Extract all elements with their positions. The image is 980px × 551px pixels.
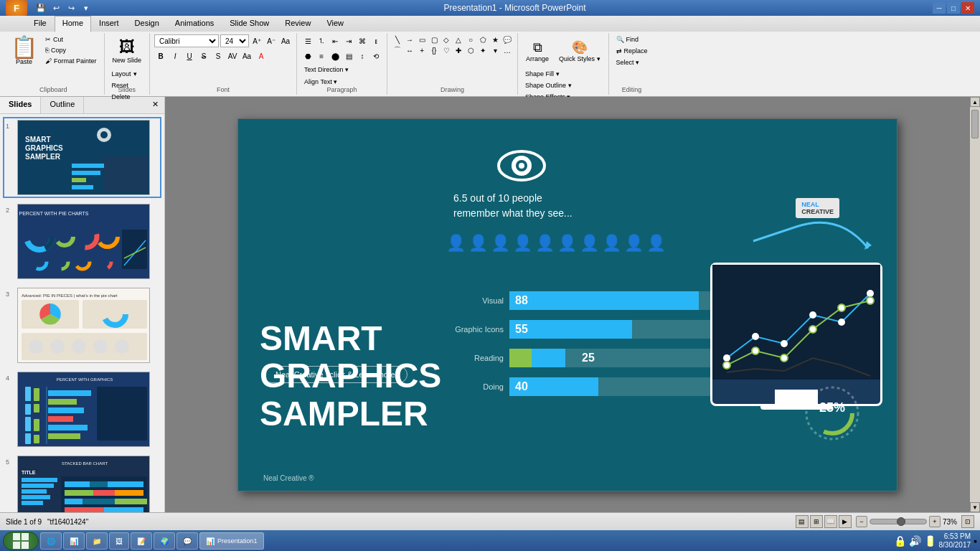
shadow-button[interactable]: S: [212, 50, 225, 62]
font-color-button[interactable]: A: [255, 50, 268, 62]
shape-diamond[interactable]: ◇: [440, 34, 452, 44]
new-slide-button[interactable]: 🖼 New Slide: [109, 34, 146, 67]
scroll-track[interactable]: [970, 107, 980, 502]
tray-battery-icon[interactable]: 🔋: [924, 535, 936, 547]
layout-button[interactable]: Layout ▾: [109, 69, 140, 79]
change-case-button[interactable]: Aa: [240, 50, 253, 62]
select-button[interactable]: Select ▾: [613, 57, 643, 67]
customize-button[interactable]: ▾: [80, 1, 93, 14]
font-size-increase-button[interactable]: A⁺: [250, 34, 263, 47]
scroll-down-button[interactable]: ▼: [970, 502, 980, 512]
taskbar-powerpoint[interactable]: 🖼: [109, 532, 129, 550]
taskbar-ie[interactable]: 🌐: [40, 532, 62, 550]
minimize-button[interactable]: ─: [933, 2, 946, 14]
numbering-button[interactable]: ⒈: [315, 34, 328, 47]
copy-button[interactable]: ⎘ Copy: [42, 45, 100, 55]
normal-view-button[interactable]: ▤: [796, 515, 809, 528]
taskbar-excel[interactable]: 📊: [63, 532, 85, 550]
tab-review[interactable]: Review: [277, 16, 319, 32]
arrange-button[interactable]: ⧉ Arrange: [522, 34, 552, 67]
shape-rect[interactable]: ▭: [416, 34, 428, 44]
learn-more-button[interactable]: Neal Creative | click & Learn more: [263, 366, 407, 383]
taskbar-explorer[interactable]: 📁: [86, 532, 108, 550]
office-button[interactable]: F: [6, 0, 27, 16]
save-button[interactable]: 💾: [34, 1, 47, 14]
char-spacing-button[interactable]: AV: [226, 50, 239, 62]
align-right-button[interactable]: ⬤: [329, 50, 341, 62]
paste-button[interactable]: 📋 Paste: [7, 34, 41, 67]
cut-button[interactable]: ✂ Cut: [42, 34, 100, 44]
line-spacing-button[interactable]: ↕: [356, 50, 369, 62]
shape-fill-button[interactable]: Shape Fill ▾: [522, 69, 562, 79]
taskbar-chrome[interactable]: 🌍: [154, 532, 175, 550]
justify-button[interactable]: ▤: [342, 50, 355, 62]
increase-indent-button[interactable]: ⇥: [342, 34, 355, 47]
replace-button[interactable]: ⇄ Replace: [613, 46, 651, 56]
taskbar-word[interactable]: 📝: [131, 532, 152, 550]
shape-more[interactable]: ▾: [489, 45, 501, 55]
tab-file[interactable]: File: [26, 16, 55, 32]
zoom-slider[interactable]: [870, 519, 927, 524]
shape-plus[interactable]: +: [416, 45, 428, 55]
shape-double-arrow[interactable]: ↔: [404, 45, 415, 55]
scroll-thumb[interactable]: [971, 110, 979, 138]
tab-insert[interactable]: Insert: [91, 16, 127, 32]
font-size-select[interactable]: 24: [220, 34, 249, 47]
scroll-up-button[interactable]: ▲: [970, 97, 980, 107]
slides-tab[interactable]: Slides: [0, 97, 41, 113]
delete-button[interactable]: Delete: [109, 92, 133, 102]
shape-triangle[interactable]: △: [453, 34, 464, 44]
text-direction-button[interactable]: ⟲: [369, 50, 382, 62]
shape-hexagon[interactable]: ⬡: [465, 45, 476, 55]
redo-button[interactable]: ↪: [65, 1, 77, 14]
shape-star[interactable]: ★: [489, 34, 501, 44]
find-button[interactable]: 🔍 Find: [613, 34, 642, 44]
clear-formatting-button[interactable]: Aa: [279, 34, 292, 47]
slide-panel-close[interactable]: ✕: [146, 97, 164, 113]
fit-to-window-button[interactable]: ⊡: [961, 515, 974, 528]
tab-home[interactable]: Home: [55, 16, 91, 32]
shape-outline-button[interactable]: Shape Outline ▾: [522, 80, 575, 90]
tab-animations[interactable]: Animations: [167, 16, 222, 32]
align-text-dropdown[interactable]: Align Text ▾: [301, 77, 340, 87]
zoom-slider-thumb[interactable]: [897, 517, 905, 526]
slide-thumb-4[interactable]: 4 PERCENT WITH GRAPHICS: [3, 369, 161, 450]
shape-cross[interactable]: ✚: [453, 45, 464, 55]
taskbar-ppt-active[interactable]: 📊 Presentation1: [199, 532, 264, 550]
main-canvas[interactable]: 6.5 out of 10 people remember what they …: [165, 97, 970, 512]
maximize-button[interactable]: □: [947, 2, 960, 14]
outline-tab[interactable]: Outline: [41, 97, 84, 113]
start-button[interactable]: [3, 532, 39, 550]
align-center-button[interactable]: ≡: [315, 50, 328, 62]
decrease-indent-button[interactable]: ⇤: [329, 34, 341, 47]
shape-line[interactable]: ╲: [392, 34, 403, 44]
quick-styles-button[interactable]: 🎨 Quick Styles ▾: [555, 34, 604, 67]
shape-pentagon[interactable]: ⬠: [477, 34, 489, 44]
shape-bracket[interactable]: {}: [428, 45, 440, 55]
slide-thumb-2[interactable]: 2 PERCENT WITH PIE CHARTS: [3, 201, 161, 282]
slide-canvas[interactable]: 6.5 out of 10 people remember what they …: [237, 118, 897, 491]
vertical-scrollbar[interactable]: ▲ ▼: [970, 97, 980, 512]
text-direction-dropdown[interactable]: Text Direction ▾: [301, 65, 352, 75]
tab-view[interactable]: View: [319, 16, 352, 32]
smartart-button[interactable]: ⌘: [356, 34, 369, 47]
align-left-button[interactable]: ⬣: [301, 50, 314, 62]
tab-design[interactable]: Design: [127, 16, 167, 32]
format-painter-button[interactable]: 🖌 Format Painter: [42, 56, 100, 66]
slideshow-view-button[interactable]: ▶: [839, 515, 852, 528]
columns-button[interactable]: ⫾: [369, 34, 382, 47]
undo-button[interactable]: ↩: [50, 1, 62, 14]
font-size-decrease-button[interactable]: A⁻: [265, 34, 278, 47]
shape-extra[interactable]: …: [501, 45, 513, 55]
shape-arrow[interactable]: →: [404, 34, 415, 44]
show-desktop-icon[interactable]: ▪: [974, 535, 977, 547]
shape-arc[interactable]: ⌒: [392, 45, 403, 55]
slide-thumb-5[interactable]: 5 STACKED BAR CHART TITLE: [3, 453, 161, 512]
shape-4star[interactable]: ✦: [477, 45, 489, 55]
zoom-in-button[interactable]: +: [929, 516, 941, 527]
zoom-out-button[interactable]: −: [856, 516, 867, 527]
shape-rounded-rect[interactable]: ▢: [428, 34, 440, 44]
slide-thumb-3[interactable]: 3 Advanced: PIE IN PIECES | what's in th…: [3, 285, 161, 366]
close-button[interactable]: ✕: [961, 2, 974, 14]
reading-view-button[interactable]: 📖: [824, 515, 837, 528]
